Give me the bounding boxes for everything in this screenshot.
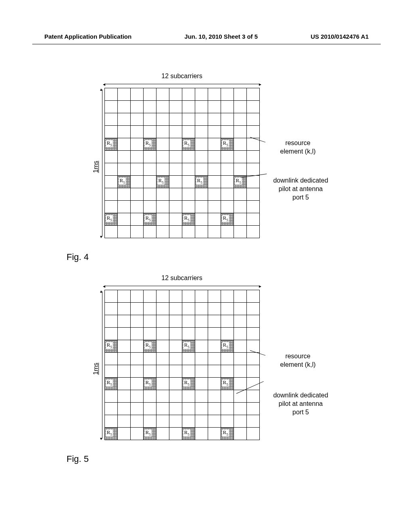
arrow-right-icon: ▸ xyxy=(259,283,261,289)
resource-element xyxy=(104,151,117,163)
resource-element xyxy=(182,126,195,138)
pilot-cell: R5 xyxy=(221,213,234,226)
resource-element xyxy=(156,188,169,201)
pilot-symbol: R5 xyxy=(184,430,190,436)
arrow-right-icon: ▸ xyxy=(259,81,261,87)
resource-element xyxy=(182,303,195,315)
resource-element xyxy=(221,303,234,315)
resource-element xyxy=(195,213,208,226)
pilot-cell: R5 xyxy=(104,428,117,440)
pilot-symbol: R5 xyxy=(184,215,190,222)
resource-element xyxy=(156,138,169,151)
resource-element xyxy=(156,151,169,163)
resource-element xyxy=(169,315,182,328)
resource-element xyxy=(195,201,208,213)
resource-element xyxy=(208,315,221,328)
pilot-symbol: R5 xyxy=(222,380,229,387)
pilot-cell: R5 xyxy=(104,213,117,226)
resource-element xyxy=(234,226,246,238)
pilot-cell: R5 xyxy=(234,176,246,188)
resource-element xyxy=(234,365,246,378)
resource-element xyxy=(208,415,221,428)
pilot-symbol: R5 xyxy=(106,215,113,222)
pilot-cell: R5 xyxy=(104,340,117,353)
resource-element xyxy=(156,126,169,138)
resource-element xyxy=(143,188,156,201)
resource-element xyxy=(208,176,221,188)
resource-element xyxy=(104,113,117,126)
resource-element xyxy=(182,365,195,378)
resource-element xyxy=(195,303,208,315)
pilot-cell: R5 xyxy=(143,428,156,440)
fig4-caption: Fig. 4 xyxy=(67,252,381,262)
resource-element xyxy=(182,328,195,340)
resource-element xyxy=(221,290,234,303)
resource-element xyxy=(169,340,182,353)
resource-element xyxy=(130,126,143,138)
resource-element xyxy=(104,415,117,428)
resource-element xyxy=(130,101,143,113)
resource-element xyxy=(208,378,221,390)
header-center: Jun. 10, 2010 Sheet 3 of 5 xyxy=(184,33,258,40)
resource-element xyxy=(143,290,156,303)
annot-pilot-l2: pilot at antenna xyxy=(265,185,337,193)
resource-element xyxy=(117,163,130,176)
resource-element xyxy=(130,88,143,101)
annot-pilot-l2: pilot at antenna xyxy=(265,400,337,408)
resource-element xyxy=(221,328,234,340)
resource-element xyxy=(234,353,246,365)
resource-element xyxy=(195,101,208,113)
resource-element xyxy=(130,226,143,238)
resource-element xyxy=(117,138,130,151)
resource-element xyxy=(104,303,117,315)
resource-element xyxy=(182,403,195,415)
resource-element xyxy=(208,188,221,201)
resource-element xyxy=(143,201,156,213)
resource-element xyxy=(156,428,169,440)
resource-element xyxy=(169,163,182,176)
resource-element xyxy=(195,151,208,163)
resource-element xyxy=(169,113,182,126)
resource-element xyxy=(208,428,221,440)
resource-element xyxy=(169,101,182,113)
resource-element xyxy=(208,126,221,138)
resource-element xyxy=(143,88,156,101)
pilot-cell: R5 xyxy=(182,213,195,226)
resource-element xyxy=(234,428,246,440)
resource-element xyxy=(169,213,182,226)
resource-element xyxy=(104,315,117,328)
resource-element xyxy=(195,340,208,353)
pilot-symbol: R5 xyxy=(145,215,152,222)
resource-element xyxy=(117,428,130,440)
resource-element xyxy=(195,290,208,303)
resource-element xyxy=(156,163,169,176)
resource-element xyxy=(143,403,156,415)
resource-element xyxy=(169,353,182,365)
resource-element xyxy=(195,403,208,415)
pilot-symbol: R5 xyxy=(106,342,113,349)
resource-element xyxy=(234,378,246,390)
resource-element xyxy=(169,188,182,201)
resource-element xyxy=(221,353,234,365)
page: Patent Application Publication Jun. 10, … xyxy=(0,0,413,501)
resource-element xyxy=(156,303,169,315)
resource-element xyxy=(156,201,169,213)
resource-element xyxy=(246,126,259,138)
resource-element xyxy=(104,126,117,138)
resource-element xyxy=(221,151,234,163)
resource-element xyxy=(208,113,221,126)
resource-element xyxy=(156,226,169,238)
resource-element xyxy=(117,101,130,113)
resource-element xyxy=(182,176,195,188)
pilot-cell: R5 xyxy=(221,378,234,390)
resource-element xyxy=(104,403,117,415)
resource-element xyxy=(156,290,169,303)
resource-element xyxy=(182,201,195,213)
resource-element xyxy=(182,113,195,126)
resource-element xyxy=(117,365,130,378)
resource-element xyxy=(246,403,259,415)
resource-element xyxy=(156,390,169,403)
resource-element xyxy=(117,188,130,201)
resource-element xyxy=(182,315,195,328)
resource-element xyxy=(117,226,130,238)
